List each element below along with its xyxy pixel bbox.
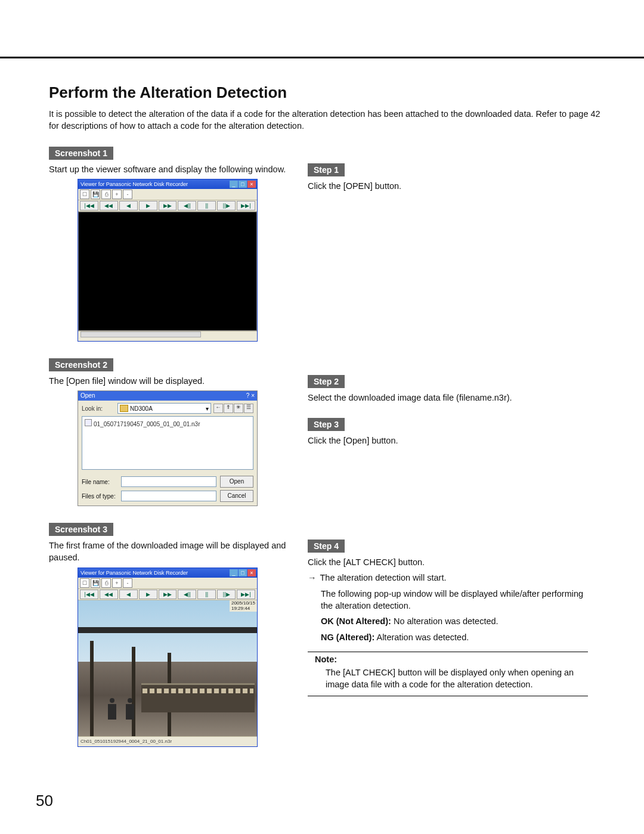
step2-label: Step 2 [308, 375, 345, 388]
viewer-statusbar: Ch01_051015192944_0004_21_00_01.n3r [78, 736, 257, 746]
step1-text: Click the [OPEN] button. [308, 180, 588, 192]
note-label: Note: [315, 655, 588, 664]
page-title: Perform the Alteration Detection [49, 83, 620, 102]
file-icon [85, 419, 92, 426]
step4-line1: Click the [ALT CHECK] button. [308, 556, 588, 568]
viewer-window-2: Viewer for Panasonic Network Disk Record… [78, 568, 258, 747]
viewer-canvas-empty [78, 212, 257, 331]
zoom-out-icon[interactable]: - [123, 578, 132, 588]
step3-text: Click the [Open] button. [308, 435, 588, 447]
viewer-canvas-image: 2005/10/15 19:29:44 [78, 600, 257, 736]
screenshot1-caption: Start up the viewer software and display… [49, 163, 287, 175]
open-file-dialog: Open ? × Look in: ND300A ▾ [78, 390, 258, 506]
back-icon[interactable]: ← [213, 404, 223, 413]
step-forward-button[interactable]: ||▶ [217, 201, 236, 210]
window-minimize-icon[interactable]: _ [230, 569, 238, 576]
window-maximize-icon[interactable]: □ [239, 569, 247, 576]
note-block: Note: The [ALT CHECK] button will be dis… [308, 652, 588, 696]
step-back-button[interactable]: ◀ [119, 590, 138, 599]
filetype-combo[interactable] [121, 491, 216, 501]
dialog-title: Open [80, 391, 95, 401]
open-icon[interactable]: ☐ [80, 190, 89, 199]
screenshot1-label: Screenshot 1 [49, 147, 113, 160]
open-icon[interactable]: ☐ [80, 578, 89, 588]
chevron-down-icon[interactable]: ▾ [206, 405, 209, 412]
window-titlebar: Viewer for Panasonic Network Disk Record… [78, 179, 257, 189]
skip-start-button[interactable]: |◀◀ [80, 590, 98, 599]
transport-bar: |◀◀ ◀◀ ◀ ▶ ▶▶ ◀|| || ||▶ ▶▶| [78, 200, 257, 212]
skip-end-button[interactable]: ▶▶| [237, 201, 255, 210]
cancel-button[interactable]: Cancel [220, 490, 253, 502]
transport-bar: |◀◀ ◀◀ ◀ ▶ ▶▶ ◀|| || ||▶ ▶▶| [78, 589, 257, 600]
window-close-icon[interactable]: × [247, 569, 256, 576]
intro-paragraph: It is possible to detect the alteration … [49, 108, 609, 132]
skip-end-button[interactable]: ▶▶| [237, 590, 255, 599]
step4-line3: The following pop-up window will be disp… [321, 588, 588, 612]
views-icon[interactable]: ☰ [244, 404, 253, 413]
save-icon[interactable]: 💾 [91, 190, 100, 199]
open-button[interactable]: Open [220, 476, 253, 488]
viewer-statusbar [78, 331, 257, 341]
note-body: The [ALT CHECK] button will be displayed… [326, 666, 588, 691]
step-forward-button[interactable]: ||▶ [217, 590, 236, 599]
step-back-pause-button[interactable]: ◀|| [178, 201, 196, 210]
lookin-label: Look in: [82, 405, 115, 412]
viewer-toolbar: ☐ 💾 ⎙ + - [78, 578, 257, 589]
lookin-value: ND300A [130, 405, 153, 412]
print-icon[interactable]: ⎙ [101, 190, 111, 199]
filetype-label: Files of type: [82, 493, 117, 500]
zoom-in-icon[interactable]: + [112, 578, 122, 588]
new-folder-icon[interactable]: ✳ [234, 404, 243, 413]
step4-ng: NG (Altered): Alteration was detected. [321, 631, 588, 643]
window-title: Viewer for Panasonic Network Disk Record… [80, 570, 188, 576]
file-entry[interactable]: 01_050717190457_0005_01_00_01.n3r [94, 421, 200, 427]
pause-button[interactable]: || [197, 201, 216, 210]
step-back-button[interactable]: ◀ [119, 201, 138, 210]
file-listing[interactable]: 01_050717190457_0005_01_00_01.n3r [82, 416, 253, 470]
play-button[interactable]: ▶ [139, 590, 157, 599]
top-rule [0, 57, 644, 58]
window-close-icon[interactable]: × [247, 181, 256, 188]
up-icon[interactable]: ⇑ [224, 404, 233, 413]
dialog-nav-icons: ← ⇑ ✳ ☰ [213, 404, 253, 413]
window-maximize-icon[interactable]: □ [239, 181, 247, 188]
fast-forward-button[interactable]: ▶▶ [159, 590, 177, 599]
folder-icon [120, 405, 128, 412]
rewind-button[interactable]: ◀◀ [100, 590, 118, 599]
frame-timestamp: 2005/10/15 19:29:44 [230, 600, 257, 612]
screenshot3-label: Screenshot 3 [49, 523, 113, 536]
screenshot2-label: Screenshot 2 [49, 358, 113, 371]
lookin-combo[interactable]: ND300A ▾ [117, 403, 211, 414]
rewind-button[interactable]: ◀◀ [100, 201, 118, 210]
step4-line2: The alteration detection will start. [320, 572, 447, 584]
dialog-titlebar: Open ? × [78, 391, 257, 401]
step2-text: Select the downloaded image data file (f… [308, 392, 588, 404]
step4-ok: OK (Not Altered): No alteration was dete… [321, 615, 588, 627]
viewer-toolbar: ☐ 💾 ⎙ + - [78, 189, 257, 200]
step3-label: Step 3 [308, 418, 345, 431]
print-icon[interactable]: ⎙ [101, 578, 111, 588]
screenshot2-caption: The [Open file] window will be displayed… [49, 375, 287, 387]
window-minimize-icon[interactable]: _ [230, 181, 238, 188]
window-titlebar: Viewer for Panasonic Network Disk Record… [78, 568, 257, 578]
window-title: Viewer for Panasonic Network Disk Record… [80, 181, 188, 187]
play-button[interactable]: ▶ [139, 201, 157, 210]
dialog-help-close[interactable]: ? × [246, 391, 255, 401]
skip-start-button[interactable]: |◀◀ [80, 201, 98, 210]
fast-forward-button[interactable]: ▶▶ [159, 201, 177, 210]
filename-label: File name: [82, 479, 117, 485]
pause-button[interactable]: || [197, 590, 216, 599]
step-back-pause-button[interactable]: ◀|| [178, 590, 196, 599]
save-icon[interactable]: 💾 [91, 578, 100, 588]
step4-label: Step 4 [308, 540, 345, 553]
screenshot3-caption: The first frame of the downloaded image … [49, 540, 287, 564]
filename-input[interactable] [121, 476, 216, 487]
zoom-in-icon[interactable]: + [112, 190, 122, 199]
step1-label: Step 1 [308, 163, 345, 176]
viewer-window-1: Viewer for Panasonic Network Disk Record… [78, 179, 258, 342]
page-number: 50 [36, 792, 53, 810]
arrow-icon: → [308, 572, 317, 584]
zoom-out-icon[interactable]: - [123, 190, 132, 199]
